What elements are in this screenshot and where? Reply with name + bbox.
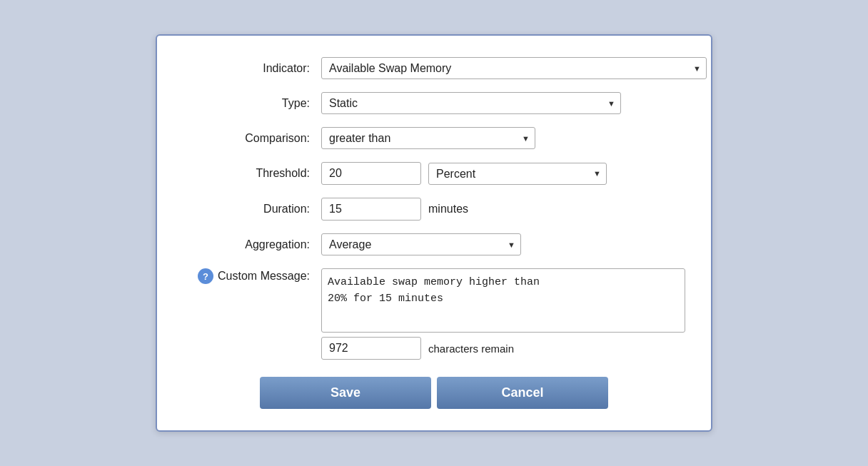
custom-message-textarea[interactable]: Available swap memory higher than 20% fo… — [321, 268, 685, 333]
aggregation-select-wrapper: Average — [321, 233, 521, 255]
indicator-row: Indicator: Available Swap Memory — [186, 57, 682, 79]
comparison-label: Comparison: — [186, 132, 321, 145]
comparison-select[interactable]: greater than — [321, 127, 535, 149]
duration-row: Duration: minutes — [186, 198, 682, 221]
chars-remain-label: characters remain — [428, 343, 514, 355]
button-row: Save Cancel — [186, 377, 682, 409]
chars-row: characters remain — [321, 337, 685, 360]
custom-message-label-container: ? Custom Message: — [186, 268, 321, 284]
unit-select-wrapper: Percent — [428, 163, 607, 185]
indicator-label: Indicator: — [186, 62, 321, 75]
aggregation-row: Aggregation: Average — [186, 233, 682, 255]
type-select-wrapper: Static — [321, 92, 621, 114]
comparison-select-wrapper: greater than — [321, 127, 535, 149]
indicator-select-wrapper: Available Swap Memory — [321, 57, 707, 79]
cancel-button[interactable]: Cancel — [437, 377, 608, 409]
unit-select[interactable]: Percent — [428, 163, 607, 185]
save-button[interactable]: Save — [260, 377, 431, 409]
aggregation-select[interactable]: Average — [321, 233, 521, 255]
duration-input[interactable] — [321, 198, 421, 221]
threshold-inputs: Percent — [321, 162, 607, 185]
custom-message-row: ? Custom Message: Available swap memory … — [186, 268, 682, 360]
threshold-row: Threshold: Percent — [186, 162, 682, 185]
type-select[interactable]: Static — [321, 92, 621, 114]
custom-message-col: Available swap memory higher than 20% fo… — [321, 268, 685, 360]
duration-suffix: minutes — [428, 203, 468, 216]
dialog-container: Indicator: Available Swap Memory Type: S… — [156, 34, 712, 432]
type-label: Type: — [186, 97, 321, 110]
type-row: Type: Static — [186, 92, 682, 114]
help-icon[interactable]: ? — [198, 268, 213, 284]
indicator-select[interactable]: Available Swap Memory — [321, 57, 707, 79]
duration-label: Duration: — [186, 203, 321, 216]
chars-remain-input[interactable] — [321, 337, 421, 360]
custom-message-label: Custom Message: — [218, 270, 310, 283]
threshold-input[interactable] — [321, 162, 421, 185]
comparison-row: Comparison: greater than — [186, 127, 682, 149]
threshold-label: Threshold: — [186, 167, 321, 180]
aggregation-label: Aggregation: — [186, 238, 321, 251]
